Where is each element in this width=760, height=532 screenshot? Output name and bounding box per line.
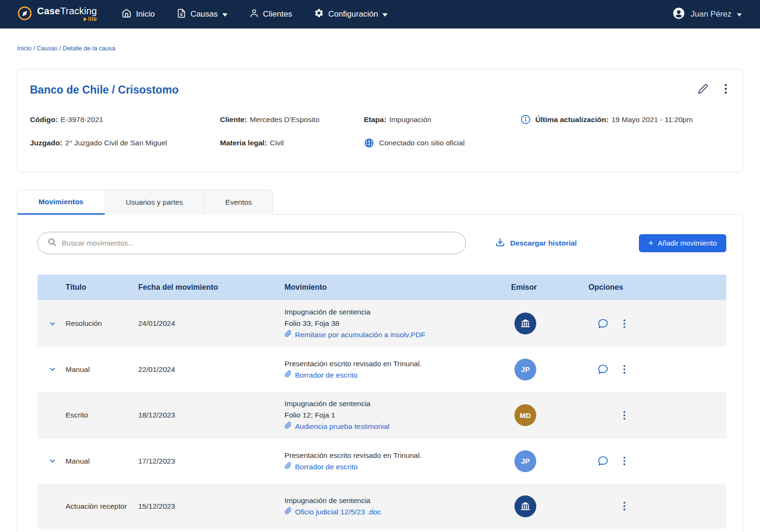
chevron-down-icon[interactable] xyxy=(48,320,57,328)
emisor-avatar: MD xyxy=(514,404,536,426)
movements-table: Título Fecha del movimiento Movimiento E… xyxy=(38,275,726,529)
brand-logo[interactable]: CaseTracking lite xyxy=(17,6,97,23)
nav-item-inicio[interactable]: Inicio xyxy=(122,8,155,20)
chevron-down-icon xyxy=(737,10,742,19)
court-building-icon xyxy=(514,313,536,334)
attachment-link[interactable]: Borrador de escrito xyxy=(285,370,490,381)
table-row: Manual 22/01/2024 Presentación escrito r… xyxy=(38,347,726,392)
table-row: Manual 17/12/2023 Presentación escrito r… xyxy=(38,438,726,484)
movement-description: Presentación escrito revisado en Trinuna… xyxy=(285,358,490,370)
nav-item-clientes[interactable]: Clientes xyxy=(249,9,292,20)
field-actualizacion: Última actualización: 19 Mayo 2021 - 11:… xyxy=(521,114,729,124)
download-icon xyxy=(495,238,505,249)
search-box xyxy=(38,232,466,254)
globe-icon xyxy=(364,138,374,148)
movement-description: Impugnación de sentencia xyxy=(285,495,490,506)
chevron-down-icon[interactable] xyxy=(48,365,57,373)
plus-icon: + xyxy=(648,238,654,247)
movements-panel: Descargar historial + Añadir movimiento … xyxy=(17,214,743,532)
row-titulo: Actuación receptor xyxy=(58,501,131,512)
row-titulo: Resolución xyxy=(58,318,131,329)
case-fields: Código: E-3978-2021 Cliente: Mercedes D’… xyxy=(30,114,729,148)
user-menu[interactable]: Juan Pérez xyxy=(672,7,742,22)
navbar: CaseTracking lite Inicio xyxy=(0,0,760,28)
search-icon xyxy=(48,238,57,248)
comment-icon[interactable] xyxy=(597,363,609,375)
row-fecha: 17/12/2023 xyxy=(131,457,276,466)
info-icon[interactable] xyxy=(521,114,531,124)
row-fecha: 22/01/2024 xyxy=(131,365,276,374)
chevron-down-icon[interactable] xyxy=(48,457,57,465)
search-input[interactable] xyxy=(62,239,456,247)
table-row: Resolución 24/01/2024 Impugnación de sen… xyxy=(38,300,726,347)
paperclip-icon xyxy=(285,370,292,381)
comment-icon[interactable] xyxy=(597,455,609,467)
court-building-icon xyxy=(514,495,536,517)
chevron-down-icon xyxy=(222,10,228,19)
comment-icon[interactable] xyxy=(597,318,609,330)
attachment-link[interactable]: Oficio judicial 12/5/23 .doc xyxy=(285,506,490,518)
kebab-menu-icon[interactable] xyxy=(724,84,727,94)
movement-folio: Folio 12; Foja 1 xyxy=(285,409,490,421)
chevron-down-icon xyxy=(382,10,388,19)
emisor-avatar: JP xyxy=(514,359,536,380)
tab-bar: Movimientos Usuarios y partes Eventos xyxy=(17,190,273,215)
row-titulo: Escrito xyxy=(58,410,131,420)
document-icon xyxy=(177,9,186,20)
tab-movimientos[interactable]: Movimientos xyxy=(18,190,105,215)
kebab-menu-icon[interactable] xyxy=(623,319,626,328)
nav-item-configuracion[interactable]: Configuración xyxy=(314,8,388,20)
paperclip-icon xyxy=(285,329,292,341)
row-fecha: 15/12/2023 xyxy=(131,502,276,511)
attachment-link[interactable]: Borrador de escrito xyxy=(285,461,490,473)
tab-usuarios-y-partes[interactable]: Usuarios y partes xyxy=(105,190,205,215)
header-opciones: Opciones xyxy=(575,283,646,292)
table-header: Título Fecha del movimiento Movimiento E… xyxy=(38,275,726,300)
page-title: Banco de Chile / Crisostomo xyxy=(30,84,698,96)
download-history-button[interactable]: Descargar historial xyxy=(495,238,577,249)
field-etapa: Etapa: Impugnación xyxy=(364,114,521,124)
user-name: Juan Pérez xyxy=(691,10,732,19)
row-titulo: Manual xyxy=(58,456,131,466)
brand-compass-icon xyxy=(17,6,32,23)
header-emisor: Emisor xyxy=(494,283,575,292)
kebab-menu-icon[interactable] xyxy=(623,411,626,420)
nav-label-configuracion: Configuración xyxy=(328,10,378,19)
breadcrumb[interactable]: Inicio / Causas / Detalle de la causa xyxy=(0,28,760,52)
movement-description: Impugnación de sentencia xyxy=(285,306,490,318)
tab-eventos[interactable]: Eventos xyxy=(204,190,273,215)
attachment-link[interactable]: Audiencia prueba testimonial xyxy=(285,421,490,432)
nav-items: Inicio Causas Clientes xyxy=(122,8,672,20)
kebab-menu-icon[interactable] xyxy=(623,456,626,466)
nav-label-inicio: Inicio xyxy=(136,10,155,19)
case-card: Banco de Chile / Crisostomo Código: E-39… xyxy=(17,69,743,172)
person-icon xyxy=(249,9,259,20)
field-juzgado: Juzgado: 2° Juzgado Civil de San Miguel xyxy=(30,138,220,148)
nav-item-causas[interactable]: Causas xyxy=(177,9,228,20)
nav-label-clientes: Clientes xyxy=(263,10,292,19)
attachment-link[interactable]: Remitase por acumulación a insolv.PDF xyxy=(285,329,490,341)
paperclip-icon xyxy=(285,461,292,473)
header-fecha: Fecha del movimiento xyxy=(131,283,276,292)
edit-pencil-icon[interactable] xyxy=(698,84,708,94)
field-codigo: Código: E-3978-2021 xyxy=(30,114,220,124)
row-fecha: 18/12/2023 xyxy=(131,411,276,419)
toolbar: Descargar historial + Añadir movimiento xyxy=(38,232,726,254)
field-materia: Materia legal: Civil xyxy=(220,138,364,148)
avatar-icon xyxy=(672,7,685,22)
add-movement-label: Añadir movimiento xyxy=(658,239,717,247)
kebab-menu-icon[interactable] xyxy=(623,502,626,511)
field-cliente: Cliente: Mercedes D’Esposito xyxy=(220,114,364,124)
field-conectado: Conectado con sitio oficial xyxy=(364,138,521,148)
download-label: Descargar historial xyxy=(510,239,577,247)
header-movimiento: Movimiento xyxy=(276,283,494,292)
table-body: Resolución 24/01/2024 Impugnación de sen… xyxy=(38,300,726,529)
header-titulo: Título xyxy=(58,283,131,292)
home-icon xyxy=(122,8,132,20)
brand-name: CaseTracking xyxy=(37,6,97,16)
row-fecha: 24/01/2024 xyxy=(131,319,276,328)
add-movement-button[interactable]: + Añadir movimiento xyxy=(639,234,726,252)
kebab-menu-icon[interactable] xyxy=(623,365,626,374)
paperclip-icon xyxy=(285,421,292,432)
movement-folio: Folio 33; Foja 38 xyxy=(285,318,490,329)
